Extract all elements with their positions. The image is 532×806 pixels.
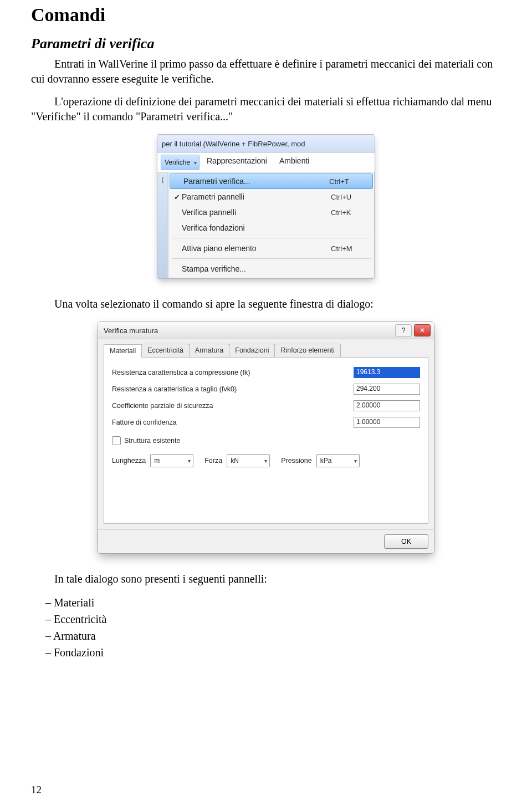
menu-screenshot: per il tutorial (WallVerine + FibRePower… — [157, 134, 375, 279]
struttura-esistente-checkbox[interactable] — [112, 436, 121, 445]
window-caption: per il tutorial (WallVerine + FibRePower… — [162, 140, 305, 148]
menu-item-label: Parametri verifica... — [183, 177, 329, 186]
dialog-footer: OK — [98, 529, 434, 553]
menu-item-shortcut: Ctrl+T — [329, 177, 368, 186]
field-row: Coefficiente parziale di sicurezza 2.000… — [112, 399, 420, 413]
dialog-title: Verifica muratura — [104, 327, 158, 335]
menu-separator — [172, 238, 371, 238]
dialog-title-bar: Verifica muratura ? ✕ — [98, 322, 434, 339]
menu-item-shortcut: Ctrl+M — [331, 244, 370, 253]
dialog-tabs: Materiali Eccentricità Armatura Fondazio… — [104, 344, 428, 358]
paragraph-2: L'operazione di definizione dei parametr… — [31, 94, 501, 124]
menu-item-label: Verifica fondazioni — [182, 223, 331, 232]
forza-label: Forza — [204, 457, 222, 465]
lunghezza-label: Lunghezza — [112, 457, 146, 465]
menu-bar: Verifiche Rappresentazioni Ambienti — [157, 152, 375, 172]
coefficiente-input[interactable]: 2.00000 — [354, 400, 420, 411]
menu-item-label: Attiva piano elemento — [182, 244, 331, 253]
dialog-verifica-muratura: Verifica muratura ? ✕ Materiali Eccentri… — [98, 322, 434, 554]
lunghezza-select[interactable]: m — [150, 454, 193, 467]
subsection-title: Parametri di verifica — [31, 35, 501, 52]
forza-select[interactable]: kN — [227, 454, 270, 467]
paragraph-3: Una volta selezionato il comando si apre… — [31, 297, 501, 312]
close-button[interactable]: ✕ — [414, 324, 431, 336]
pressione-label: Pressione — [281, 457, 312, 465]
field-row: Fattore di confidenza 1.00000 — [112, 415, 420, 430]
list-item: Materiali — [45, 594, 501, 611]
tab-fondazioni[interactable]: Fondazioni — [229, 344, 275, 357]
paragraph-4: In tale dialogo sono presenti i seguenti… — [31, 572, 501, 586]
menu-item-label: Verifica pannelli — [182, 208, 331, 217]
figure-menu: per il tutorial (WallVerine + FibRePower… — [31, 134, 501, 279]
menu-rappresentazioni[interactable]: Rappresentazioni — [203, 155, 272, 170]
paragraph-1: Entrati in WallVerine il primo passo da … — [31, 57, 501, 86]
menu-item-verifica-fondazioni[interactable]: Verifica fondazioni — [168, 220, 374, 236]
window-left-strip: ⟨ — [157, 172, 168, 278]
list-item: Fondazioni — [45, 644, 501, 661]
menu-item-check: ✔ — [172, 193, 182, 201]
list-item: Eccentricità — [45, 611, 501, 628]
checkbox-label: Struttura esistente — [124, 437, 180, 445]
menu-ambienti[interactable]: Ambienti — [275, 155, 314, 170]
ok-button[interactable]: OK — [384, 534, 428, 549]
menu-verifiche[interactable]: Verifiche — [161, 155, 200, 170]
menu-item-stampa-verifiche[interactable]: Stampa verifiche... — [168, 261, 374, 277]
tab-pane-materiali: Resistenza caratteristica a compressione… — [104, 358, 428, 524]
page: Comandi Parametri di verifica Entrati in… — [0, 0, 532, 806]
tab-eccentricita[interactable]: Eccentricità — [141, 344, 190, 357]
panel-list: Materiali Eccentricità Armatura Fondazio… — [45, 594, 501, 661]
field-label: Fattore di confidenza — [112, 419, 354, 426]
fk-input[interactable]: 19613.3 — [354, 367, 420, 378]
section-title: Comandi — [31, 4, 501, 25]
menu-item-parametri-verifica[interactable]: Parametri verifica... Ctrl+T — [170, 174, 373, 189]
menu-item-verifica-pannelli[interactable]: Verifica pannelli Ctrl+K — [168, 205, 374, 220]
dropdown-menu: Parametri verifica... Ctrl+T ✔ Parametri… — [168, 172, 375, 278]
page-number: 12 — [31, 784, 42, 796]
checkbox-row: Struttura esistente — [112, 436, 420, 445]
close-icon: ✕ — [420, 327, 425, 334]
fvk0-input[interactable]: 294.200 — [354, 384, 420, 395]
menu-item-label: Parametri pannelli — [182, 192, 331, 201]
menu-item-label: Stampa verifiche... — [182, 264, 331, 273]
tab-rinforzo-elementi[interactable]: Rinforzo elementi — [274, 344, 340, 357]
tab-materiali[interactable]: Materiali — [104, 344, 142, 358]
menu-item-shortcut: Ctrl+K — [331, 208, 370, 217]
menu-item-shortcut: Ctrl+U — [331, 193, 370, 201]
field-label: Resistenza a caratteristica a taglio (fv… — [112, 385, 354, 393]
pressione-select[interactable]: kPa — [316, 454, 360, 467]
menu-separator — [172, 258, 371, 259]
field-label: Coefficiente parziale di sicurezza — [112, 402, 354, 410]
menu-item-attiva-piano[interactable]: Attiva piano elemento Ctrl+M — [168, 241, 374, 256]
field-label: Resistenza caratteristica a compressione… — [112, 369, 354, 376]
help-button[interactable]: ? — [395, 324, 412, 336]
fattore-confidenza-input[interactable]: 1.00000 — [354, 417, 420, 428]
field-row: Resistenza a caratteristica a taglio (fv… — [112, 382, 420, 396]
tab-armatura[interactable]: Armatura — [189, 344, 229, 357]
window-title-bar: per il tutorial (WallVerine + FibRePower… — [157, 135, 375, 152]
units-row: Lunghezza m Forza kN Pressione kPa — [112, 454, 420, 467]
list-item: Armatura — [45, 628, 501, 644]
figure-dialog: Verifica muratura ? ✕ Materiali Eccentri… — [31, 322, 501, 554]
field-row: Resistenza caratteristica a compressione… — [112, 365, 420, 380]
menu-item-parametri-pannelli[interactable]: ✔ Parametri pannelli Ctrl+U — [168, 189, 374, 205]
